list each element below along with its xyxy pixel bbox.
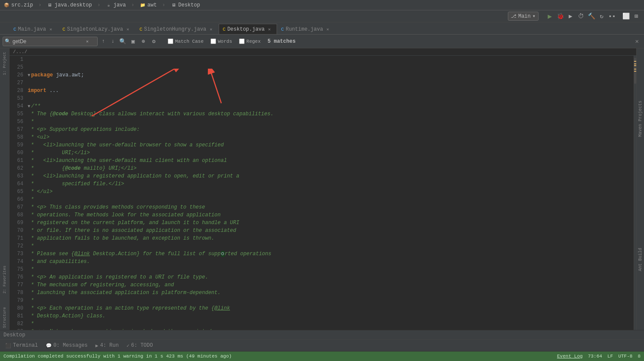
compilation-status: Compilation completed successfully with … — [3, 354, 232, 359]
prev-match-button[interactable]: ↑ — [99, 38, 107, 45]
scroll-indicator — [634, 56, 636, 330]
tab-desktop-java-icon: C — [223, 27, 226, 32]
regex-option[interactable]: Regex — [236, 38, 263, 45]
event-log-link[interactable]: Event Log — [557, 354, 583, 359]
code-line-81: * Desktop.Action} class. — [28, 312, 630, 320]
code-line-1 — [28, 56, 630, 63]
code-line-82: * — [28, 320, 630, 328]
tab-singleton-lazy-close[interactable]: ✕ — [125, 26, 131, 32]
tab-runtime-java-icon: C — [281, 27, 284, 32]
code-line-78: * launching the associated application i… — [28, 289, 630, 297]
match-indicator-1 — [634, 61, 636, 62]
todo-tab[interactable]: ✓ 6: TODO — [123, 341, 156, 350]
update-button[interactable]: ↻ — [597, 12, 606, 21]
branch-selector[interactable]: ⎇ Main ▾ — [508, 12, 539, 21]
code-line-67: * <p> This class provides methods corres… — [28, 203, 630, 211]
build-button[interactable]: 🔨 — [587, 12, 596, 21]
editor-wrapper: 1 25 26 27 28 53 54 55 56 57 58 59 60 61… — [10, 56, 636, 330]
code-line-26: ▼package java.awt; — [28, 71, 630, 79]
settings-button[interactable]: ⚙ — [150, 37, 158, 46]
tab-desktop-java-close[interactable]: ✕ — [266, 26, 272, 32]
next-match-button[interactable]: ↓ — [109, 38, 117, 45]
tab-singleton-lazy[interactable]: C SingletonLazy.java ✕ — [58, 24, 135, 34]
run-tab[interactable]: ▶ 4: Run — [92, 341, 122, 350]
profile-button[interactable]: ⏱ — [577, 12, 585, 21]
code-area[interactable]: 1 25 26 27 28 53 54 55 56 57 58 59 60 61… — [10, 56, 634, 330]
filter-button[interactable]: ▣ — [129, 37, 137, 46]
tab-desktop-java[interactable]: C Desktop.java ✕ — [219, 24, 277, 34]
code-line-72: * — [28, 242, 630, 250]
show-filter-popup-button[interactable]: ⊕ — [139, 37, 148, 46]
cursor-position: 73:64 — [588, 354, 602, 359]
code-line-80: * <p> Each operation is an action type r… — [28, 304, 630, 312]
tab-main-java[interactable]: C Main.java ✕ — [10, 24, 58, 34]
maven-projects-panel[interactable]: Maven Projects — [636, 48, 644, 189]
close-search-button[interactable]: ✕ — [633, 37, 641, 46]
code-content: ▼package java.awt; import ... ▼/** * The… — [26, 56, 634, 330]
terminal-icon: ⬛ — [5, 343, 11, 348]
layout-button[interactable]: ⊞ — [632, 12, 641, 21]
code-line-76: * <p> An application is registered to a … — [28, 273, 630, 281]
code-line-57: * <p> Supported operations include: — [28, 126, 630, 133]
todo-icon: ✓ — [127, 343, 130, 348]
code-line-71: * application fails to be launched, an e… — [28, 234, 630, 242]
ant-build-label[interactable]: Ant Build — [637, 244, 644, 275]
code-line-60: * URI;</li> — [28, 149, 630, 157]
titlebar-awt[interactable]: 📁 awt — [140, 2, 157, 8]
maven-projects-label[interactable]: Maven Projects — [637, 97, 644, 140]
tab-singleton-hungry-icon: C — [140, 27, 143, 32]
clear-search-button[interactable]: ✕ — [83, 38, 91, 45]
messages-tab[interactable]: 💬 0: Messages — [42, 341, 91, 350]
run-bar: ⎇ Main ▾ ▶ 🐞 ▶ ⏱ 🔨 ↻ ▪▪ ⬜ ⊞ — [0, 10, 644, 22]
fold-54[interactable]: ▼ — [28, 104, 31, 109]
find-usages-button[interactable]: 🔍 — [118, 37, 127, 46]
ant-build-panel[interactable]: Ant Build — [636, 189, 644, 330]
left-panel-structure[interactable]: Structure — [2, 305, 8, 330]
titlebar-desktop[interactable]: 🖥 Desktop — [171, 2, 200, 8]
run-button[interactable]: ▶ — [545, 12, 554, 21]
fold-26[interactable]: ▼ — [28, 73, 31, 78]
regex-checkbox[interactable] — [239, 38, 245, 44]
tab-main-java-close[interactable]: ✕ — [48, 26, 54, 32]
tab-bar: C Main.java ✕ C SingletonLazy.java ✕ C S… — [0, 22, 644, 35]
tab-singleton-hungry-close[interactable]: ✕ — [208, 26, 214, 32]
left-panel-project[interactable]: 1: Project — [2, 50, 8, 77]
search-input[interactable] — [13, 38, 82, 44]
tab-singleton-lazy-icon: C — [62, 27, 65, 32]
left-panel-favorites[interactable]: 2: Favorites — [2, 264, 8, 295]
code-line-54: ▼/** — [28, 102, 630, 110]
code-line-74: * and capabilities. — [28, 258, 630, 266]
code-line-63: * <li>launching a registered application… — [28, 172, 630, 180]
debug-button[interactable]: 🐞 — [556, 12, 564, 21]
match-count: 5 matches — [265, 38, 298, 44]
titlebar-src-zip[interactable]: 📦 src.zip — [3, 2, 33, 8]
tab-runtime-java-close[interactable]: ✕ — [325, 26, 331, 32]
match-indicator-2 — [634, 63, 636, 64]
titlebar-java-desktop[interactable]: 🖥 java.desktop — [47, 2, 92, 8]
tab-runtime-java[interactable]: C Runtime.java ✕ — [277, 24, 335, 34]
fullscreen-button[interactable]: ⬜ — [622, 12, 630, 21]
titlebar-java[interactable]: ☕ java — [105, 2, 126, 8]
tab-singleton-hungry[interactable]: C SingletonHungry.java ✕ — [136, 24, 219, 34]
words-option[interactable]: Words — [208, 38, 235, 45]
java-icon: ☕ — [105, 2, 112, 8]
code-line-61: * <li>launching the user-default mail cl… — [28, 157, 630, 165]
search-bar: 🔍 ✕ ↑ ↓ 🔍 ▣ ⊕ ⚙ Match Case Words Regex 5… — [0, 35, 644, 48]
words-checkbox[interactable] — [210, 38, 216, 44]
code-line-27 — [28, 79, 630, 87]
code-line-62: * {@code mailto} URI;</li> — [28, 165, 630, 172]
messages-icon: 💬 — [46, 343, 52, 348]
desktop-icon: 🖥 — [47, 2, 53, 8]
match-case-checkbox[interactable] — [168, 38, 173, 44]
match-case-option[interactable]: Match Case — [165, 38, 206, 45]
coverage-button[interactable]: ▶ — [566, 12, 575, 21]
status-right: Event Log 73:64 LF UTF-8 8 — [557, 354, 641, 359]
tab-main-java-icon: C — [13, 27, 16, 32]
terminal-tab[interactable]: ⬛ Terminal — [2, 341, 41, 350]
code-line-79: * — [28, 297, 630, 304]
more-button[interactable]: ▪▪ — [608, 12, 616, 21]
code-line-68: * operations. The methods look for the a… — [28, 211, 630, 219]
code-line-64: * specified file.</li> — [28, 180, 630, 188]
branch-chevron-icon: ▾ — [532, 13, 536, 19]
code-line-69: * registered on the current platform, an… — [28, 219, 630, 227]
